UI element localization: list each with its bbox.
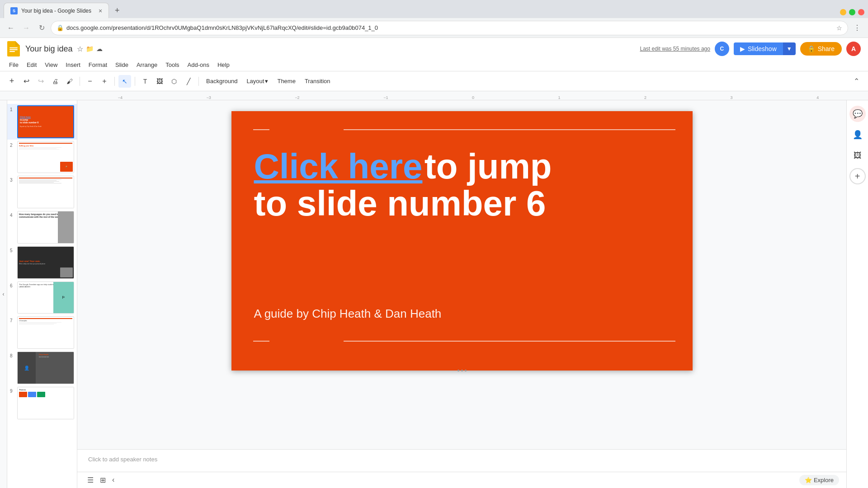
address-bar[interactable]: 🔒 docs.google.com/presentation/d/1ROchrv… [51, 21, 848, 35]
slide-num-9: 9 [10, 389, 15, 394]
menu-slide[interactable]: Slide [112, 60, 132, 70]
toolbar-divider-3 [135, 77, 135, 86]
slide-deco-line-left [253, 129, 269, 130]
slideshow-group: ▶ Slideshow ▼ [734, 42, 796, 55]
slide-thumb-1[interactable]: 1 Click here to jump to slide number 6 A… [7, 104, 77, 140]
list-view-button[interactable]: ☰ [85, 474, 96, 486]
menu-help[interactable]: Help [214, 60, 233, 70]
menu-format[interactable]: Format [85, 60, 111, 70]
forward-button: → [20, 22, 33, 34]
menu-addons[interactable]: Add-ons [184, 60, 213, 70]
slide-num-5: 5 [10, 248, 15, 253]
collab-avatar-1: C [715, 42, 729, 56]
collapse-panel-button[interactable]: ⌃ [850, 75, 863, 88]
slide-thumb-4[interactable]: 4 How many languages do you need to know… [7, 210, 77, 245]
slide-thumb-2[interactable]: 2 Selling your Idea 📦 [7, 140, 77, 175]
bottom-right: ⭐ Explore [799, 475, 839, 485]
background-button[interactable]: Background [203, 76, 241, 86]
right-panel: 💬 👤 🖼 + [846, 100, 868, 488]
slide-thumb-img-1: Click here to jump to slide number 6 A g… [17, 105, 74, 138]
slide-thumb-img-6: The Google Translate app can help studen… [17, 282, 74, 314]
slide-num-6: 6 [10, 283, 15, 288]
slide-thumbnails-panel: 1 Click here to jump to slide number 6 A… [7, 100, 77, 488]
redo-button[interactable]: ↪ [34, 75, 47, 88]
transition-button[interactable]: Transition [301, 76, 334, 86]
collapse-sidebar-button[interactable]: ‹ [109, 474, 117, 486]
slideshow-dropdown-button[interactable]: ▼ [783, 42, 796, 55]
slide-thumb-img-8: 👤 Chip Heath text text text text [17, 352, 74, 384]
slideshow-button[interactable]: ▶ Slideshow [734, 42, 783, 55]
slide-num-3: 3 [10, 178, 15, 183]
browser-tab[interactable]: S Your big idea - Google Slides × [4, 3, 109, 18]
toolbar-divider-4 [198, 77, 199, 86]
window-minimize-button[interactable] [840, 9, 846, 15]
move-to-folder-icon[interactable]: 📁 [85, 44, 94, 53]
slide-thumb-img-7: 3. Exemplars [17, 316, 74, 349]
panel-toggle-button[interactable]: ‹ [0, 100, 7, 488]
slide-click-here[interactable]: Click here [254, 146, 423, 186]
select-tool-button[interactable]: ↖ [118, 75, 131, 88]
paint-format-button[interactable]: 🖌 [63, 75, 76, 88]
last-edit-text[interactable]: Last edit was 55 minutes ago [640, 46, 710, 52]
slide-thumb-5[interactable]: 5 Just one! Your own. Write a daily note… [7, 245, 77, 280]
slide-thumb-6[interactable]: 6 The Google Translate app can help stud… [7, 280, 77, 315]
add-button[interactable]: + [5, 75, 18, 88]
print-button[interactable]: 🖨 [49, 75, 61, 88]
menu-edit[interactable]: Edit [23, 60, 40, 70]
slide-num-1: 1 [10, 107, 15, 112]
right-panel-comment-button[interactable]: 💬 [849, 106, 866, 122]
slide-num-4: 4 [10, 213, 15, 218]
slide-num-7: 7 [10, 318, 15, 323]
menu-file[interactable]: File [5, 60, 22, 70]
toolbar-divider-2 [114, 77, 115, 86]
slide-canvas[interactable]: Click here to jump to slide number 6 A g… [231, 111, 693, 371]
menu-tools[interactable]: Tools [162, 60, 183, 70]
star-icon[interactable]: ☆ [76, 44, 84, 54]
window-maximize-button[interactable] [849, 9, 855, 15]
profile-avatar[interactable]: A [846, 42, 861, 56]
window-close-button[interactable] [858, 9, 864, 15]
back-button[interactable]: ← [5, 22, 17, 34]
slide-deco-line-top [344, 129, 675, 130]
slide-thumb-9[interactable]: 9 Themes [7, 385, 77, 421]
right-panel-person-button[interactable]: 👤 [849, 127, 866, 143]
right-panel-photo-button[interactable]: 🖼 [849, 147, 866, 164]
cloud-saved-icon[interactable]: ☁ [95, 44, 104, 53]
line-button[interactable]: ╱ [182, 75, 195, 88]
slide-thumb-7[interactable]: 7 3. Exemplars [7, 315, 77, 350]
slide-thumb-8[interactable]: 8 👤 Chip Heath text text text text [7, 350, 77, 385]
explore-button[interactable]: ⭐ Explore [799, 475, 839, 485]
resize-handle [458, 370, 467, 371]
speaker-notes[interactable]: Click to add speaker notes [77, 449, 846, 472]
share-button[interactable]: 🔒 Share [800, 42, 842, 56]
share-label: Share [818, 45, 835, 52]
extensions-button[interactable]: ⋮ [851, 22, 863, 34]
layout-button[interactable]: Layout ▾ [243, 76, 272, 86]
slide-thumb-img-9: Themes [17, 387, 74, 419]
slide-num-2: 2 [10, 143, 15, 148]
tab-close-icon[interactable]: × [99, 7, 102, 14]
collab-avatars: C [715, 42, 729, 56]
reload-button[interactable]: ↻ [35, 22, 48, 34]
app-title[interactable]: Your big idea [25, 44, 72, 54]
theme-button[interactable]: Theme [274, 76, 299, 86]
text-box-button[interactable]: T [139, 75, 151, 88]
slide-thumb-img-5: Just one! Your own. Write a daily note f… [17, 246, 74, 279]
zoom-in-button[interactable]: + [98, 75, 111, 88]
zoom-out-button[interactable]: − [84, 75, 96, 88]
menu-view[interactable]: View [41, 60, 61, 70]
slide-thumb-3[interactable]: 3 [7, 174, 77, 210]
canvas-area: Click here to jump to slide number 6 A g… [77, 100, 846, 488]
image-button[interactable]: 🖼 [153, 75, 166, 88]
shapes-button[interactable]: ⬡ [168, 75, 180, 88]
menu-arrange[interactable]: Arrange [133, 60, 161, 70]
right-panel-add-button[interactable]: + [849, 168, 866, 184]
undo-button[interactable]: ↩ [20, 75, 33, 88]
tab-favicon: S [10, 7, 18, 14]
bookmark-icon[interactable]: ☆ [836, 24, 842, 32]
menu-insert[interactable]: Insert [62, 60, 84, 70]
ruler: −4 −3 −2 −1 0 1 2 3 4 [0, 91, 868, 100]
grid-view-button[interactable]: ⊞ [97, 474, 108, 486]
new-tab-button[interactable]: + [111, 4, 123, 17]
slide-subtitle: A guide by Chip Heath & Dan Heath [254, 307, 670, 321]
